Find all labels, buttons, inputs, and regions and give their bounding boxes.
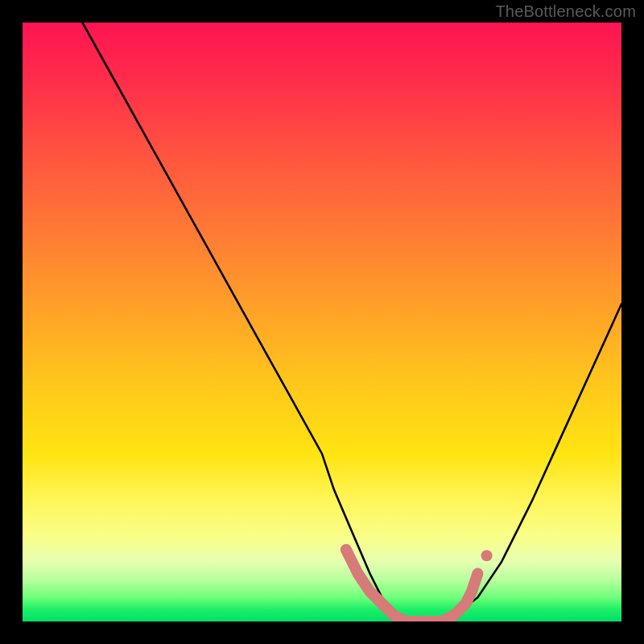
- optimal-range-marker: [346, 550, 493, 621]
- svg-point-0: [481, 550, 493, 561]
- plot-area: [23, 23, 621, 621]
- chart-frame: TheBottleneck.com: [0, 0, 644, 644]
- watermark-text: TheBottleneck.com: [495, 2, 636, 21]
- chart-svg: [23, 23, 621, 621]
- bottleneck-curve: [82, 23, 621, 621]
